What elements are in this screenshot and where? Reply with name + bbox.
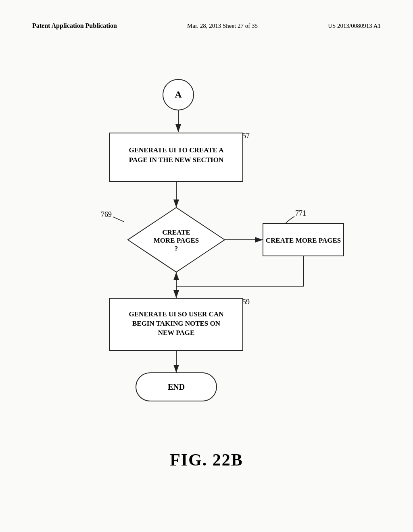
date-sheet-label: Mar. 28, 2013 Sheet 27 of 35 [187, 23, 258, 29]
ref-771-line [285, 216, 294, 224]
figure-caption: FIG. 22B [170, 450, 243, 470]
publication-label: Patent Application Publication [32, 22, 117, 29]
patent-page: Patent Application Publication Mar. 28, … [0, 0, 413, 532]
diamond-769-line3: ? [175, 245, 178, 252]
ref-771-label: 771 [295, 209, 306, 217]
flowchart-diagram: A 757 GENERATE UI TO CREATE A PAGE IN TH… [65, 73, 348, 403]
connector-end-label: END [168, 382, 185, 391]
box-759-line2: BEGIN TAKING NOTES ON [132, 320, 221, 327]
box-771-label: CREATE MORE PAGES [266, 237, 341, 244]
diamond-769-line2: MORE PAGES [154, 237, 199, 244]
arrow-771-back [176, 256, 303, 286]
ref-769-label: 769 [101, 210, 112, 218]
flowchart-svg: A 757 GENERATE UI TO CREATE A PAGE IN TH… [65, 73, 348, 403]
box-757-line2: PAGE IN THE NEW SECTION [129, 156, 224, 164]
box-759-line3: NEW PAGE [158, 329, 195, 337]
connector-a-label: A [175, 89, 182, 100]
patent-number-label: US 2013/0080913 A1 [328, 23, 381, 29]
page-header: Patent Application Publication Mar. 28, … [0, 0, 413, 29]
box-757-line1: GENERATE UI TO CREATE A [129, 146, 224, 154]
diamond-769-line1: CREATE [162, 229, 190, 236]
ref-769-line [113, 217, 124, 222]
box-759-line1: GENERATE UI SO USER CAN [129, 310, 224, 318]
